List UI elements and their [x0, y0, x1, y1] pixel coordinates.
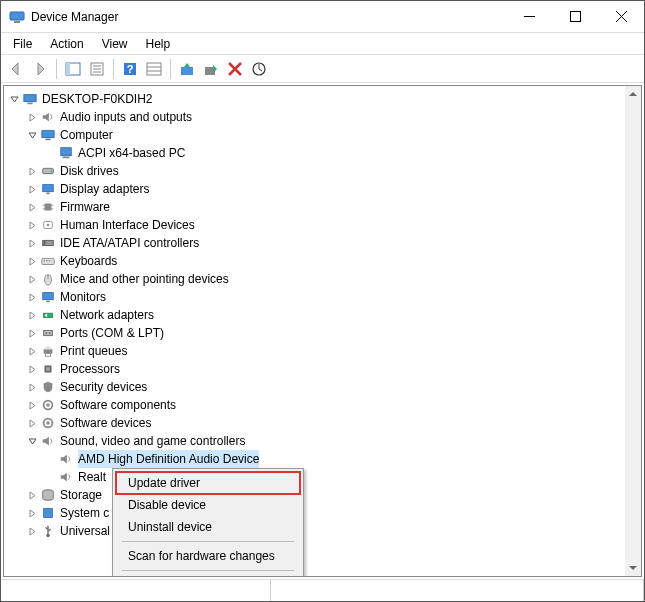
tree-item[interactable]: Ports (COM & LPT)	[6, 324, 639, 342]
expand-icon[interactable]	[24, 487, 40, 503]
tree-item-label: Realt	[78, 468, 106, 486]
tree-root[interactable]: DESKTOP-F0KDIH2	[6, 90, 639, 108]
maximize-button[interactable]	[552, 1, 598, 32]
properties-button[interactable]	[86, 58, 108, 80]
network-icon	[40, 307, 56, 323]
tree-item[interactable]: Keyboards	[6, 252, 639, 270]
tree-item-label: Print queues	[60, 342, 127, 360]
system-icon	[40, 505, 56, 521]
expand-icon[interactable]	[24, 397, 40, 413]
expand-icon[interactable]	[24, 325, 40, 341]
svg-rect-0	[10, 12, 24, 20]
menu-action[interactable]: Action	[42, 35, 91, 53]
expand-icon[interactable]	[24, 181, 40, 197]
tree-item[interactable]: Storage	[6, 486, 639, 504]
expand-icon[interactable]	[24, 415, 40, 431]
expand-icon[interactable]	[24, 109, 40, 125]
svg-rect-60	[44, 509, 53, 518]
expand-icon[interactable]	[24, 523, 40, 539]
expand-icon[interactable]	[24, 379, 40, 395]
storage-icon	[40, 487, 56, 503]
tree-item[interactable]: Software devices	[6, 414, 639, 432]
tree-item[interactable]: Processors	[6, 360, 639, 378]
tree-item-label: Processors	[60, 360, 120, 378]
tree-item[interactable]: Monitors	[6, 288, 639, 306]
tree-item[interactable]: ACPI x64-based PC	[6, 144, 639, 162]
tree-item[interactable]: Network adapters	[6, 306, 639, 324]
tree-item[interactable]: Display adapters	[6, 180, 639, 198]
help-button[interactable]: ?	[119, 58, 141, 80]
back-button[interactable]	[5, 58, 27, 80]
tree-item-label: Audio inputs and outputs	[60, 108, 192, 126]
context-properties[interactable]: Properties	[116, 574, 300, 577]
tree-item[interactable]: Human Interface Devices	[6, 216, 639, 234]
action-grid-button[interactable]	[143, 58, 165, 80]
component-icon	[40, 415, 56, 431]
tree-item[interactable]: System c	[6, 504, 639, 522]
cpu-icon	[40, 361, 56, 377]
expand-icon[interactable]	[24, 289, 40, 305]
expand-icon[interactable]	[24, 361, 40, 377]
tree-item-label: Monitors	[60, 288, 106, 306]
tree-item[interactable]: Sound, video and game controllers	[6, 432, 639, 450]
speaker-icon	[40, 109, 56, 125]
titlebar: Device Manager	[1, 1, 644, 33]
vertical-scrollbar[interactable]	[625, 86, 641, 576]
tree-item[interactable]: Universal	[6, 522, 639, 540]
scroll-down-button[interactable]	[625, 560, 641, 576]
expand-icon[interactable]	[24, 307, 40, 323]
context-scan-hardware[interactable]: Scan for hardware changes	[116, 545, 300, 567]
expand-icon[interactable]	[24, 199, 40, 215]
enable-button[interactable]	[200, 58, 222, 80]
tree-item[interactable]: AMD High Definition Audio Device	[6, 450, 639, 468]
svg-rect-27	[46, 193, 50, 195]
tree-item-label: Ports (COM & LPT)	[60, 324, 164, 342]
forward-button[interactable]	[29, 58, 51, 80]
context-uninstall-device[interactable]: Uninstall device	[116, 516, 300, 538]
tree-item[interactable]: Computer	[6, 126, 639, 144]
tree-item-label: Sound, video and game controllers	[60, 432, 245, 450]
svg-point-34	[47, 224, 50, 227]
port-icon	[40, 325, 56, 341]
expand-icon[interactable]	[24, 505, 40, 521]
expand-icon[interactable]	[24, 343, 40, 359]
expand-icon[interactable]	[24, 217, 40, 233]
scroll-up-button[interactable]	[625, 86, 641, 102]
menu-file[interactable]: File	[5, 35, 40, 53]
tree-item[interactable]: Security devices	[6, 378, 639, 396]
show-hide-console-button[interactable]	[62, 58, 84, 80]
toolbar: ?	[1, 55, 644, 83]
tree-item-label: Mice and other pointing devices	[60, 270, 229, 288]
tree-item[interactable]: Realt	[6, 468, 639, 486]
tree-item-label: ACPI x64-based PC	[78, 144, 185, 162]
tree-item[interactable]: Software components	[6, 396, 639, 414]
tree-item[interactable]: IDE ATA/ATAPI controllers	[6, 234, 639, 252]
expand-icon[interactable]	[24, 253, 40, 269]
device-tree[interactable]: DESKTOP-F0KDIH2 Audio inputs and outputs…	[4, 86, 641, 544]
collapse-icon[interactable]	[24, 127, 40, 143]
update-driver-button[interactable]	[176, 58, 198, 80]
tree-item[interactable]: Audio inputs and outputs	[6, 108, 639, 126]
svg-rect-46	[45, 314, 47, 317]
close-button[interactable]	[598, 1, 644, 32]
collapse-icon[interactable]	[24, 433, 40, 449]
expand-icon[interactable]	[24, 235, 40, 251]
tree-item[interactable]: Firmware	[6, 198, 639, 216]
uninstall-button[interactable]	[224, 58, 246, 80]
tree-item[interactable]: Disk drives	[6, 162, 639, 180]
tree-item[interactable]: Print queues	[6, 342, 639, 360]
svg-rect-39	[46, 260, 47, 261]
svg-rect-45	[44, 313, 53, 317]
minimize-button[interactable]	[506, 1, 552, 32]
collapse-icon[interactable]	[6, 91, 22, 107]
expand-icon[interactable]	[24, 271, 40, 287]
chip-icon	[40, 199, 56, 215]
menu-help[interactable]: Help	[138, 35, 179, 53]
svg-rect-40	[49, 260, 50, 261]
scan-hardware-button[interactable]	[248, 58, 270, 80]
menu-view[interactable]: View	[94, 35, 136, 53]
context-update-driver[interactable]: Update driver	[116, 472, 300, 494]
context-disable-device[interactable]: Disable device	[116, 494, 300, 516]
expand-icon[interactable]	[24, 163, 40, 179]
tree-item[interactable]: Mice and other pointing devices	[6, 270, 639, 288]
